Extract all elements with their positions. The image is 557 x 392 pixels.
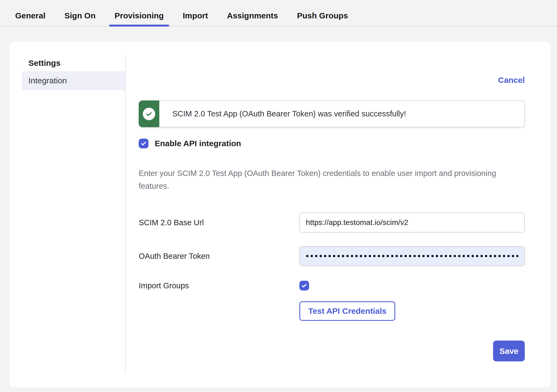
integration-panel: Cancel SCIM 2.0 Test App (OAuth Bearer T… [125,41,550,388]
sidebar-item-integration[interactable]: Integration [22,71,125,90]
sidebar-heading: Settings [28,58,125,68]
test-api-credentials-button[interactable]: Test API Credentials [299,301,395,321]
success-banner-accent [139,100,159,127]
sidebar-item-label: Integration [28,76,67,85]
token-row: OAuth Bearer Token [139,246,525,266]
check-circle-icon [143,108,155,120]
save-button[interactable]: Save [493,341,525,361]
base-url-label: SCIM 2.0 Base Url [139,218,299,227]
test-credentials-row: Test API Credentials [139,301,525,321]
app-tab-bar: General Sign On Provisioning Import Assi… [0,0,557,27]
cancel-row: Cancel [139,76,525,85]
token-label: OAuth Bearer Token [139,252,299,261]
success-banner: SCIM 2.0 Test App (OAuth Bearer Token) w… [139,100,525,127]
credentials-description: Enter your SCIM 2.0 Test App (OAuth Bear… [139,167,523,192]
sidebar-divider [125,54,126,374]
tab-import[interactable]: Import [177,5,213,26]
check-icon [301,282,307,289]
import-groups-row: Import Groups [139,281,525,290]
import-groups-checkbox[interactable] [299,281,309,290]
enable-api-label: Enable API integration [155,139,241,148]
tab-sign-on[interactable]: Sign On [59,5,101,26]
tab-general[interactable]: General [10,5,51,26]
save-row: Save [139,341,525,361]
check-icon [140,140,147,147]
enable-api-row: Enable API integration [139,139,525,148]
token-input[interactable] [299,246,525,266]
cancel-link[interactable]: Cancel [498,76,525,84]
tab-assignments[interactable]: Assignments [222,5,283,26]
tab-push-groups[interactable]: Push Groups [292,5,353,26]
success-message: SCIM 2.0 Test App (OAuth Bearer Token) w… [159,100,525,127]
credentials-form: SCIM 2.0 Base Url OAuth Bearer Token Imp… [139,213,525,321]
enable-api-checkbox[interactable] [139,139,148,148]
provisioning-card: Settings Integration Cancel SCIM 2.0 Tes… [9,41,550,388]
import-groups-label: Import Groups [139,281,299,290]
settings-sidebar: Settings Integration [9,41,125,388]
base-url-row: SCIM 2.0 Base Url [139,213,525,233]
tab-provisioning[interactable]: Provisioning [109,5,169,26]
base-url-input[interactable] [299,213,525,233]
